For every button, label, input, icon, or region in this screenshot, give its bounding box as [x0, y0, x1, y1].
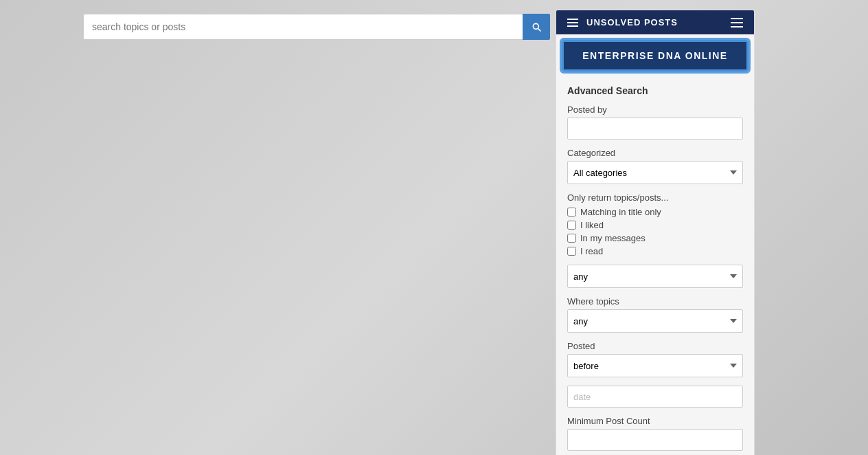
- checkbox-liked-label: I liked: [580, 220, 604, 230]
- posted-by-group: Posted by: [567, 104, 743, 140]
- any-select[interactable]: any all none: [567, 265, 743, 288]
- date-group: [567, 386, 743, 408]
- min-post-count-input[interactable]: [567, 429, 743, 451]
- min-post-count-group: Minimum Post Count: [567, 416, 743, 451]
- checkbox-liked-input[interactable]: [567, 221, 576, 230]
- posted-by-input[interactable]: [567, 118, 743, 140]
- enterprise-dna-button[interactable]: ENTERPRISE DNA ONLINE: [562, 40, 749, 71]
- menu-lines-icon: [567, 19, 578, 27]
- hamburger-icon: [731, 18, 743, 27]
- checkbox-read-label: I read: [580, 246, 603, 256]
- unsolved-header-left: UNSOLVED POSTS: [567, 17, 678, 27]
- menu-line-2: [567, 22, 578, 23]
- advanced-search-title: Advanced Search: [567, 85, 743, 96]
- search-bar-container: [83, 14, 550, 40]
- search-input[interactable]: [83, 14, 523, 40]
- min-post-count-label: Minimum Post Count: [567, 416, 743, 426]
- menu-line-1: [567, 19, 578, 20]
- categorized-label: Categorized: [567, 148, 743, 158]
- checkbox-matching-title-input[interactable]: [567, 208, 576, 217]
- checkbox-read: I read: [567, 246, 743, 256]
- advanced-search-section: Advanced Search Posted by Categorized Al…: [556, 77, 754, 455]
- hamburger-line-2: [731, 22, 743, 23]
- categorized-group: Categorized All categories Category 1 Ca…: [567, 148, 743, 184]
- unsolved-header: UNSOLVED POSTS: [556, 10, 754, 34]
- checkbox-liked: I liked: [567, 220, 743, 230]
- hamburger-line-1: [731, 18, 743, 19]
- category-select[interactable]: All categories Category 1 Category 2: [567, 161, 743, 184]
- checkbox-matching-title: Matching in title only: [567, 207, 743, 217]
- hamburger-line-3: [731, 26, 743, 27]
- menu-line-3: [567, 25, 578, 27]
- posted-group: Posted before after on: [567, 341, 743, 377]
- checkbox-read-input[interactable]: [567, 247, 576, 256]
- where-topics-label: Where topics: [567, 296, 743, 307]
- search-button[interactable]: [523, 14, 550, 40]
- only-return-label: Only return topics/posts...: [567, 192, 743, 203]
- posted-label: Posted: [567, 341, 743, 351]
- unsolved-posts-title: UNSOLVED POSTS: [586, 17, 678, 27]
- date-input[interactable]: [567, 386, 743, 408]
- checkbox-messages-label: In my messages: [580, 233, 646, 243]
- posted-by-label: Posted by: [567, 104, 743, 115]
- checkbox-messages-input[interactable]: [567, 234, 576, 243]
- only-return-group: Only return topics/posts... Matching in …: [567, 192, 743, 288]
- where-topics-select[interactable]: any all none: [567, 309, 743, 333]
- right-panel: UNSOLVED POSTS ENTERPRISE DNA ONLINE Adv…: [556, 10, 755, 455]
- where-topics-group: Where topics any all none: [567, 296, 743, 333]
- search-icon: [531, 21, 542, 32]
- checkbox-messages: In my messages: [567, 233, 743, 243]
- posted-select[interactable]: before after on: [567, 354, 743, 377]
- checkbox-matching-title-label: Matching in title only: [580, 207, 661, 217]
